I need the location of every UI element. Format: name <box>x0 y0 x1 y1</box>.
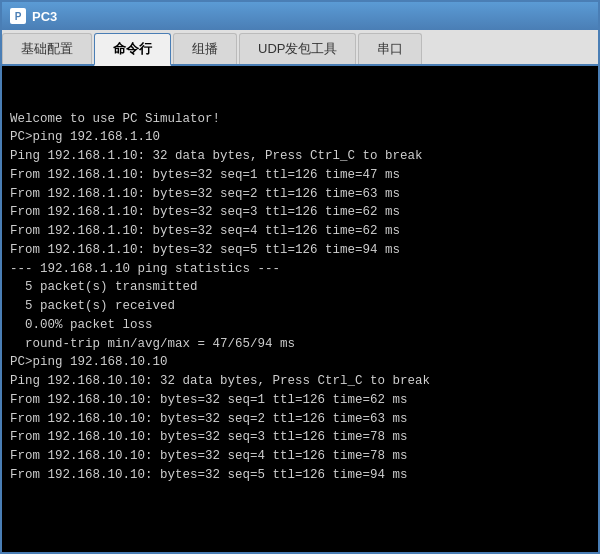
terminal-line: 5 packet(s) received <box>10 297 590 316</box>
terminal-line: From 192.168.10.10: bytes=32 seq=4 ttl=1… <box>10 447 590 466</box>
tab-udp[interactable]: UDP发包工具 <box>239 33 356 64</box>
main-window: P PC3 基础配置命令行组播UDP发包工具串口 Welcome to use … <box>0 0 600 554</box>
terminal-line: Welcome to use PC Simulator! <box>10 110 590 129</box>
terminal-line: round-trip min/avg/max = 47/65/94 ms <box>10 335 590 354</box>
title-bar: P PC3 <box>2 2 598 30</box>
tab-basic[interactable]: 基础配置 <box>2 33 92 64</box>
terminal-line: --- 192.168.1.10 ping statistics --- <box>10 260 590 279</box>
terminal-output[interactable]: Welcome to use PC Simulator!PC>ping 192.… <box>2 66 598 552</box>
terminal-line: From 192.168.1.10: bytes=32 seq=3 ttl=12… <box>10 203 590 222</box>
terminal-line: 5 packet(s) transmitted <box>10 278 590 297</box>
terminal-line: From 192.168.10.10: bytes=32 seq=2 ttl=1… <box>10 410 590 429</box>
tab-cmd[interactable]: 命令行 <box>94 33 171 66</box>
terminal-line: From 192.168.10.10: bytes=32 seq=5 ttl=1… <box>10 466 590 485</box>
terminal-line: From 192.168.1.10: bytes=32 seq=5 ttl=12… <box>10 241 590 260</box>
terminal-line: From 192.168.1.10: bytes=32 seq=1 ttl=12… <box>10 166 590 185</box>
terminal-line: From 192.168.10.10: bytes=32 seq=3 ttl=1… <box>10 428 590 447</box>
terminal-line: Ping 192.168.1.10: 32 data bytes, Press … <box>10 147 590 166</box>
tab-serial[interactable]: 串口 <box>358 33 422 64</box>
terminal-line: From 192.168.10.10: bytes=32 seq=1 ttl=1… <box>10 391 590 410</box>
window-icon: P <box>10 8 26 24</box>
terminal-line: 0.00% packet loss <box>10 316 590 335</box>
window-title: PC3 <box>32 9 57 24</box>
terminal-line: From 192.168.1.10: bytes=32 seq=2 ttl=12… <box>10 185 590 204</box>
tab-group[interactable]: 组播 <box>173 33 237 64</box>
terminal-line: Ping 192.168.10.10: 32 data bytes, Press… <box>10 372 590 391</box>
tab-bar: 基础配置命令行组播UDP发包工具串口 <box>2 30 598 66</box>
terminal-line: PC>ping 192.168.1.10 <box>10 128 590 147</box>
terminal-line: From 192.168.1.10: bytes=32 seq=4 ttl=12… <box>10 222 590 241</box>
terminal-line: PC>ping 192.168.10.10 <box>10 353 590 372</box>
